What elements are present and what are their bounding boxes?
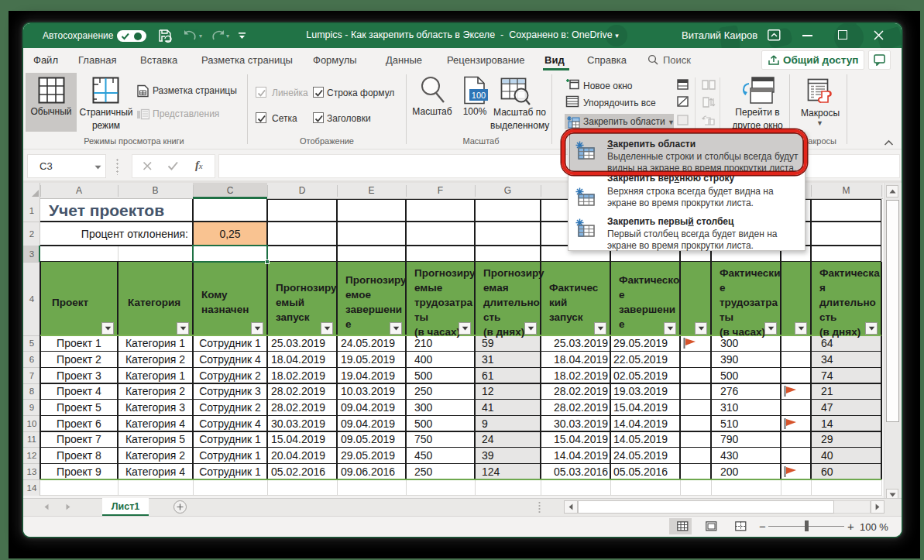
svg-text:100: 100 — [472, 91, 486, 100]
